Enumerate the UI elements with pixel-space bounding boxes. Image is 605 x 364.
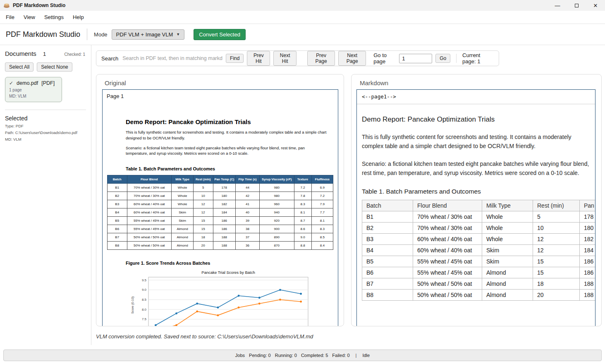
menu-file[interactable]: File bbox=[6, 14, 14, 20]
table-row: B270% wheat / 30% oatWhole10180 bbox=[362, 222, 596, 233]
documents-sidebar: Documents 1 Checked: 1 Select All Select… bbox=[0, 45, 91, 345]
column-header: Texture bbox=[294, 175, 311, 184]
table-cell: 20 bbox=[194, 242, 213, 250]
menu-view[interactable]: View bbox=[24, 14, 35, 20]
scores-line-chart: 7.07.58.08.59.09.5B1B2B3B4B5B6B7B8Pancak… bbox=[129, 270, 311, 326]
document-card[interactable]: ✓ demo.pdf [PDF] 1 page MD: VLM bbox=[5, 77, 62, 102]
table-cell: 8.4 bbox=[311, 242, 333, 250]
table-row: B750% wheat / 50% oatAlmond18188378909.0… bbox=[108, 233, 333, 242]
documents-checked-count: Checked: 1 bbox=[64, 52, 85, 57]
table-row: B850% wheat / 50% oatAlmond20188368708.8… bbox=[108, 242, 333, 250]
table-cell: 188 bbox=[213, 242, 236, 250]
document-pages: 1 page bbox=[9, 88, 58, 92]
svg-text:7.5: 7.5 bbox=[141, 317, 146, 321]
selected-type: Type: PDF bbox=[5, 124, 91, 128]
table-row: B360% wheat / 40% oatWhole12182 bbox=[362, 233, 596, 244]
table-cell: 70% wheat / 30% oat bbox=[413, 222, 482, 233]
markdown-paragraph-2: Scenario: a fictional kitchen team teste… bbox=[362, 160, 590, 177]
table-row: B655% wheat / 45% oatAlmond15186 bbox=[362, 267, 596, 278]
table-cell: Whole bbox=[482, 233, 533, 244]
table-cell: B7 bbox=[108, 233, 127, 242]
prev-hit-button[interactable]: Prev Hit bbox=[247, 51, 270, 66]
table-cell: Whole bbox=[482, 222, 533, 233]
titlebar: PDF Markdown Studio — ✕ bbox=[0, 0, 605, 11]
header-divider bbox=[87, 29, 87, 40]
search-input[interactable] bbox=[122, 55, 222, 61]
table-cell: 9.0 bbox=[294, 233, 311, 242]
table-cell: 15 bbox=[533, 256, 580, 267]
column-header: Batch bbox=[108, 175, 127, 184]
pdf-paragraph-2: Scenario: a fictional kitchen team teste… bbox=[126, 145, 327, 157]
table-cell: 180 bbox=[213, 192, 236, 200]
table-cell: B2 bbox=[362, 222, 413, 233]
jobs-running: Running: 0 bbox=[275, 353, 297, 358]
table-cell: 70% wheat / 30% oat bbox=[413, 211, 482, 222]
table-row: B555% wheat / 45% oatSkim15186 bbox=[362, 256, 596, 267]
maximize-icon[interactable] bbox=[567, 0, 586, 11]
table-cell: 60% wheat / 40% oat bbox=[413, 244, 482, 256]
prev-page-button[interactable]: Prev Page bbox=[307, 51, 335, 66]
markdown-viewer[interactable]: <--page1--> Demo Report: Pancake Optimiz… bbox=[356, 89, 595, 326]
go-button[interactable]: Go bbox=[435, 54, 450, 63]
table-cell: 900 bbox=[259, 225, 294, 233]
mode-dropdown[interactable]: PDF VLM + Image VLM ▼ bbox=[112, 29, 185, 40]
table-cell: 7.7 bbox=[311, 208, 333, 217]
table-cell: 60% wheat / 40% oat bbox=[127, 200, 172, 208]
pdf-doc-title: Demo Report: Pancake Optimization Trials bbox=[126, 118, 327, 125]
document-md-mode: MD: VLM bbox=[9, 94, 58, 98]
table-cell: B1 bbox=[362, 211, 413, 222]
table-cell: 55% wheat / 45% oat bbox=[413, 256, 482, 267]
markdown-panel: Markdown <--page1--> Demo Report: Pancak… bbox=[351, 74, 602, 326]
pdf-table-title: Table 1. Batch Parameters and Outcomes bbox=[126, 166, 338, 171]
app-icon bbox=[3, 2, 10, 9]
table-cell: 184 bbox=[213, 208, 236, 217]
column-header: Flip Time (s) bbox=[236, 175, 260, 184]
selected-path: Path: C:\Users\user\Downloads\demo.pdf bbox=[5, 130, 91, 135]
checkmark-icon[interactable]: ✓ bbox=[9, 80, 13, 86]
pdf-paragraph-1: This is fully synthetic content for scre… bbox=[126, 129, 327, 141]
jobs-state: Idle bbox=[362, 353, 370, 358]
table-cell: 60% wheat / 40% oat bbox=[127, 208, 172, 217]
table-cell: 40 bbox=[236, 208, 260, 217]
select-all-button[interactable]: Select All bbox=[5, 62, 33, 72]
close-icon[interactable]: ✕ bbox=[586, 0, 605, 11]
jobs-status-bar: Jobs Pending: 0 Running: 0 Completed: 5 … bbox=[3, 350, 602, 361]
table-cell: Skim bbox=[482, 244, 533, 256]
table-cell: 178 bbox=[580, 211, 596, 222]
column-header: Milk Type bbox=[172, 175, 194, 184]
table-cell: 55% wheat / 45% oat bbox=[127, 217, 172, 225]
column-header: Pan Temp (C) bbox=[213, 175, 236, 184]
table-cell: 10 bbox=[194, 192, 213, 200]
table-cell: 182 bbox=[580, 233, 596, 244]
table-cell: Almond bbox=[482, 289, 533, 300]
markdown-content: Demo Report: Pancake Optimization Trials… bbox=[357, 115, 595, 306]
column-header: Pan Temp (C) bbox=[580, 200, 596, 211]
table-cell: 12 bbox=[533, 233, 580, 244]
next-hit-button[interactable]: Next Hit bbox=[273, 51, 297, 66]
svg-text:8.0: 8.0 bbox=[141, 308, 146, 311]
pdf-page-viewer[interactable]: Page 1 Demo Report: Pancake Optimization… bbox=[102, 89, 338, 326]
main-area: Documents 1 Checked: 1 Select All Select… bbox=[0, 45, 605, 345]
menu-help[interactable]: Help bbox=[73, 14, 84, 20]
table-cell: B3 bbox=[362, 233, 413, 244]
status-message: VLM conversion completed. Saved next to … bbox=[96, 333, 605, 340]
table-cell: 7.2 bbox=[294, 184, 311, 192]
next-page-button[interactable]: Next Page bbox=[338, 51, 366, 66]
table-cell: 940 bbox=[259, 208, 294, 217]
maximize-box bbox=[575, 4, 579, 7]
convert-selected-button[interactable]: Convert Selected bbox=[194, 29, 246, 40]
table-cell: 42 bbox=[236, 192, 260, 200]
table-cell: 8.6 bbox=[294, 225, 311, 233]
minimize-icon[interactable]: — bbox=[548, 0, 567, 11]
goto-page-input[interactable] bbox=[399, 54, 432, 63]
table-cell: 50% wheat / 50% oat bbox=[413, 289, 482, 300]
mode-value: PDF VLM + Image VLM bbox=[116, 31, 173, 38]
table-cell: 38 bbox=[236, 225, 260, 233]
table-row: B555% wheat / 45% oatSkim15186399208.78.… bbox=[108, 217, 333, 225]
find-button[interactable]: Find bbox=[226, 54, 244, 63]
menu-settings[interactable]: Settings bbox=[44, 14, 64, 20]
table-cell: 920 bbox=[259, 217, 294, 225]
jobs-failed: Failed: 0 bbox=[332, 353, 349, 358]
table-cell: Almond bbox=[482, 267, 533, 278]
select-none-button[interactable]: Select None bbox=[37, 62, 72, 72]
